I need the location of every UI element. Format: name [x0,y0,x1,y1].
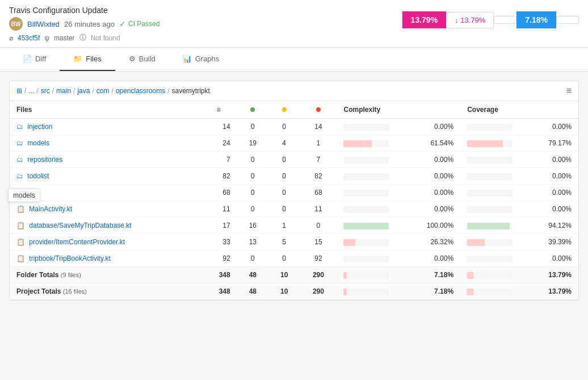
file-name[interactable]: 📋 provider/ItemContentProvider.kt [10,234,200,250]
table-row: 🗂 todolist 82 0 0 82 0.00% 0.00% [10,168,578,185]
breadcrumb-java[interactable]: java [77,87,90,95]
tab-diff[interactable]: 📄 Diff [9,48,60,71]
table-header-row: Files ≡ Complexity Coverage [10,101,578,119]
complexity-value: 0.00% [400,201,460,218]
not-found-label: Not found [91,34,120,42]
col-total: 11 [200,201,237,218]
ft-complexity-bar [343,272,389,279]
table-row: 📋 provider/ItemContentProvider.kt 33 13 … [10,234,578,250]
breadcrumb-sep-2: / [36,87,38,95]
tab-files[interactable]: 📁 Files [60,48,115,71]
complexity-bar-cell [337,152,400,168]
tab-graphs[interactable]: 📊 Graphs [169,48,233,71]
complexity-bar [343,223,389,229]
table-row: 🗂 utils 68 0 0 68 0.00% 0.00% [10,185,578,201]
th-filter-icon[interactable]: ≡ [217,106,221,114]
table-row: 🗂 repositories 7 0 0 7 0.00% 0.00% [10,152,578,168]
coverage-bar [467,256,513,262]
ft-coverage-bar [467,272,513,279]
complexity-bar [343,157,389,164]
coverage-bar [467,190,513,197]
complexity-value: 0.00% [400,168,460,185]
col-yellow: 0 [268,168,300,185]
breadcrumb-openclassrooms[interactable]: openclassrooms [116,87,165,95]
table-body: 🗂 injection 14 0 0 14 0.00% 0.00% 🗂 mode… [10,119,578,300]
pt-coverage-bar-cell [460,283,524,300]
pt-col3: 10 [268,283,300,300]
complexity-value: 0.00% [400,185,460,201]
ft-complexity-bar-cell [337,267,400,283]
col-total: 82 [200,168,237,185]
coverage-value: 0.00% [524,185,578,201]
coverage-bar-cell [460,250,524,267]
folder-icon: 🗂 [16,123,23,131]
file-name[interactable]: 📋 database/SaveMyTripDatabase.kt [10,218,200,234]
breadcrumb-main[interactable]: main [56,87,71,95]
file-name[interactable]: 📋 MainActivity.kt [10,201,200,218]
file-name[interactable]: 🗂 injection [10,119,200,135]
col-red: 92 [300,250,337,267]
coverage-bar-cell [460,135,524,152]
complexity-bar [343,124,389,131]
file-name[interactable]: 🗂 todolist [10,168,200,185]
col-yellow: 0 [268,250,300,267]
commit-hash[interactable]: 453cf5f [18,34,40,42]
col-green: 13 [237,234,268,250]
breadcrumb-src[interactable]: src [41,87,50,95]
ft-col4: 290 [300,267,337,283]
col-red: 11 [300,201,337,218]
filter-icon[interactable]: ≡ [566,86,572,96]
complexity-bar-cell [337,135,400,152]
th-filter[interactable]: ≡ [200,101,237,119]
pt-complexity-bar [343,289,389,295]
breadcrumb-ellipsis[interactable]: ... [28,87,34,95]
col-total: 7 [200,152,237,168]
graphs-icon: 📊 [183,55,192,63]
complexity-bar-cell [337,234,400,250]
complexity-bar [343,256,389,262]
folder-icon: 🗂 [16,172,23,180]
breadcrumb-sep-4: / [73,87,75,95]
breadcrumb-root-icon[interactable]: ⊞ [16,87,22,95]
breadcrumb-com[interactable]: com [96,87,110,95]
commit-hash-row: ⌀ 453cf5f ψ master ⓘ Not found [9,33,159,47]
col-red: 7 [300,152,337,168]
tab-build[interactable]: ⚙ Build [115,48,169,71]
coverage-value: 0.00% [524,119,578,135]
commit-meta: BW BillWixted 26 minutes ago ✓ CI Passed [9,17,159,31]
complexity-value: 26.32% [400,234,460,250]
file-name[interactable]: 🗂 repositories [10,152,200,168]
folder-icon: 🗂 [16,139,23,147]
file-name[interactable]: 📋 tripbook/TripBookActivity.kt [10,250,200,267]
file-icon: 📋 [16,222,25,229]
main-content: ⊞ / ... / src / main / java / com / open… [9,81,579,300]
diff-coverage-box: ↓ 13.79% [446,12,494,28]
complexity-bar-cell [337,218,400,234]
col-yellow: 0 [268,201,300,218]
ft-complexity-val: 7.18% [400,267,460,283]
table-row: 📋 tripbook/TripBookActivity.kt 92 0 0 92… [10,250,578,267]
complexity-fill [343,223,389,229]
complexity-bar [343,173,389,180]
col-yellow: 0 [268,119,300,135]
breadcrumb-current: savemytripkt [172,87,210,95]
coverage-bar [467,206,513,213]
neutral-box-2 [556,16,579,24]
th-yellow-dot [268,101,300,119]
file-name[interactable]: 🗂 models [10,135,200,152]
pt-coverage-val: 13.79% [524,283,578,300]
col-green: 0 [237,168,268,185]
file-icon: 📋 [16,254,25,262]
complexity-bar [343,206,389,213]
complexity-fill [343,140,372,147]
ft-coverage-fill [467,272,473,279]
pt-coverage-bar [467,289,513,295]
coverage-bar [467,173,513,180]
pt-col4: 290 [300,283,337,300]
col-total: 17 [200,218,237,234]
complexity-value: 61.54% [400,135,460,152]
author-link[interactable]: BillWixted [27,20,60,28]
col-total: 24 [200,135,237,152]
files-table: Files ≡ Complexity Coverage 🗂 injection … [10,101,578,300]
breadcrumb-bar: ⊞ / ... / src / main / java / com / open… [10,81,578,101]
